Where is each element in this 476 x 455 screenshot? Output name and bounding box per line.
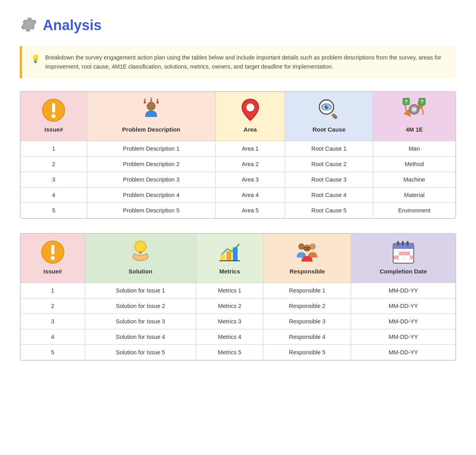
svg-rect-5	[144, 99, 146, 101]
col2-solution-header: Solution	[85, 234, 196, 283]
metrics-col-label: Metrics	[219, 268, 240, 275]
solution-col-label: Solution	[129, 268, 152, 275]
classification-val: Material	[373, 187, 455, 203]
gear-icon	[20, 16, 37, 35]
svg-rect-47	[407, 241, 409, 246]
responsible-val: Responsible 4	[263, 329, 351, 345]
svg-rect-54	[399, 252, 404, 255]
col2-completion-header: Completion Date	[351, 234, 456, 283]
issue2-num: 3	[21, 314, 85, 329]
table2-row: 3 Solution for Issue 3 Metrics 3 Respons…	[21, 314, 456, 329]
svg-point-6	[156, 101, 159, 103]
date-val: MM-DD-YY	[351, 298, 456, 314]
col-rootcause-header: Root Cause	[285, 92, 373, 141]
table1-row: 1 Problem Description 1 Area 1 Root Caus…	[21, 141, 456, 157]
metrics-val: Metrics 3	[196, 314, 263, 329]
svg-text:?: ?	[420, 99, 424, 105]
metrics-val: Metrics 5	[196, 345, 263, 360]
problem-desc: Problem Description 1	[87, 141, 215, 157]
solution-val: Solution for Issue 3	[85, 314, 196, 329]
area-col-label: Area	[244, 126, 257, 133]
responsible-val: Responsible 2	[263, 298, 351, 314]
svg-line-28	[145, 241, 146, 242]
date-val: MM-DD-YY	[351, 329, 456, 345]
col2-metrics-header: Metrics	[196, 234, 263, 283]
svg-rect-34	[226, 251, 231, 261]
col-issue-header: Issue#	[21, 92, 87, 141]
table2-row: 2 Solution for Issue 2 Metrics 2 Respons…	[21, 298, 456, 314]
svg-rect-57	[410, 256, 414, 259]
problem-desc: Problem Description 3	[87, 172, 215, 187]
svg-rect-55	[405, 252, 410, 255]
responsible-val: Responsible 3	[263, 314, 351, 329]
table2-row: 4 Solution for Issue 4 Metrics 4 Respons…	[21, 329, 456, 345]
problem-desc: Problem Description 5	[87, 203, 215, 218]
svg-point-8	[150, 100, 152, 102]
issue-col-label: Issue#	[44, 126, 63, 133]
svg-rect-7	[157, 99, 158, 101]
problem-desc: Problem Description 4	[87, 187, 215, 203]
problem-desc: Problem Description 2	[87, 157, 215, 172]
area-val: Area 2	[215, 157, 285, 172]
problem-col-label: Problem Description	[122, 126, 180, 133]
date-val: MM-DD-YY	[351, 283, 456, 298]
svg-point-14	[324, 105, 328, 109]
rootcause-val: Root Cause 1	[285, 141, 373, 157]
date-val: MM-DD-YY	[351, 345, 456, 360]
table2-row: 5 Solution for Issue 5 Metrics 5 Respons…	[21, 345, 456, 360]
rootcause-val: Root Cause 4	[285, 187, 373, 203]
issue-num: 4	[21, 187, 87, 203]
svg-rect-56	[393, 256, 399, 259]
table1-wrapper: Issue#	[20, 91, 456, 219]
col-4m1e-header: ? ? 4M 1E	[373, 92, 455, 141]
metrics-val: Metrics 2	[196, 298, 263, 314]
svg-rect-35	[233, 247, 238, 261]
col-problem-header: Problem Description	[87, 92, 215, 141]
rootcause-col-label: Root Cause	[313, 126, 345, 133]
issue-num: 1	[21, 141, 87, 157]
col2-responsible-header: Responsible	[263, 234, 351, 283]
responsible-val: Responsible 5	[263, 345, 351, 360]
svg-point-4	[144, 101, 146, 103]
table1-row: 5 Problem Description 5 Area 5 Root Caus…	[21, 203, 456, 218]
area-val: Area 5	[215, 203, 285, 218]
svg-point-25	[135, 241, 146, 252]
info-box: 💡 Breakdown the survey engagement action…	[20, 46, 456, 78]
svg-rect-1	[52, 103, 55, 113]
solution-val: Solution for Issue 4	[85, 329, 196, 345]
metrics-val: Metrics 1	[196, 283, 263, 298]
svg-point-17	[412, 107, 416, 112]
table1: Issue#	[20, 92, 456, 218]
solution-val: Solution for Issue 5	[85, 345, 196, 360]
date-val: MM-DD-YY	[351, 314, 456, 329]
table2-row: 1 Solution for Issue 1 Metrics 1 Respons…	[21, 283, 456, 298]
col2-issue-header: Issue#	[21, 234, 85, 283]
area-val: Area 3	[215, 172, 285, 187]
svg-point-24	[51, 256, 55, 260]
issue-num: 2	[21, 157, 87, 172]
lightbulb-icon: 💡	[31, 54, 40, 63]
table1-row: 3 Problem Description 3 Area 3 Root Caus…	[21, 172, 456, 187]
table1-row: 2 Problem Description 2 Area 2 Root Caus…	[21, 157, 456, 172]
svg-point-10	[246, 103, 254, 111]
rootcause-val: Root Cause 5	[285, 203, 373, 218]
svg-point-3	[147, 102, 155, 110]
area-val: Area 4	[215, 187, 285, 203]
col-area-header: Area	[215, 92, 285, 141]
issue2-num: 1	[21, 283, 85, 298]
issue2-num: 4	[21, 329, 85, 345]
page-header: Analysis	[20, 16, 456, 35]
completion-col-label: Completion Date	[380, 268, 427, 275]
classification-val: Method	[373, 157, 455, 172]
rootcause-val: Root Cause 2	[285, 157, 373, 172]
svg-rect-33	[220, 254, 225, 261]
metrics-val: Metrics 4	[196, 329, 263, 345]
svg-rect-11	[332, 113, 338, 119]
table1-row: 4 Problem Description 4 Area 4 Root Caus…	[21, 187, 456, 203]
svg-rect-23	[51, 245, 54, 254]
svg-line-27	[135, 241, 136, 242]
svg-rect-31	[139, 251, 142, 254]
responsible-val: Responsible 1	[263, 283, 351, 298]
rootcause-val: Root Cause 3	[285, 172, 373, 187]
solution-val: Solution for Issue 2	[85, 298, 196, 314]
